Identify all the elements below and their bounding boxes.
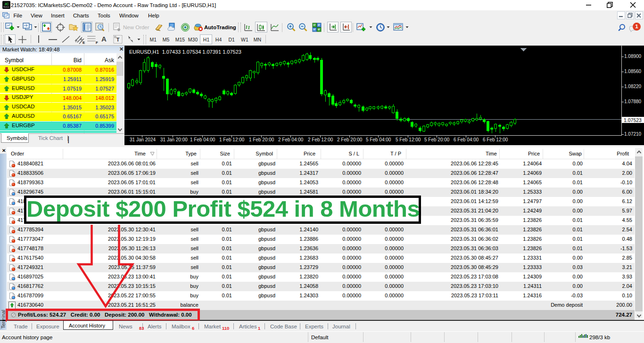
svg-text:F: F xyxy=(96,41,98,44)
svg-text:E: E xyxy=(83,41,85,44)
svg-text:Markets: Markets xyxy=(3,6,9,8)
svg-text:T: T xyxy=(116,37,120,42)
svg-text:.IC: .IC xyxy=(4,2,9,6)
